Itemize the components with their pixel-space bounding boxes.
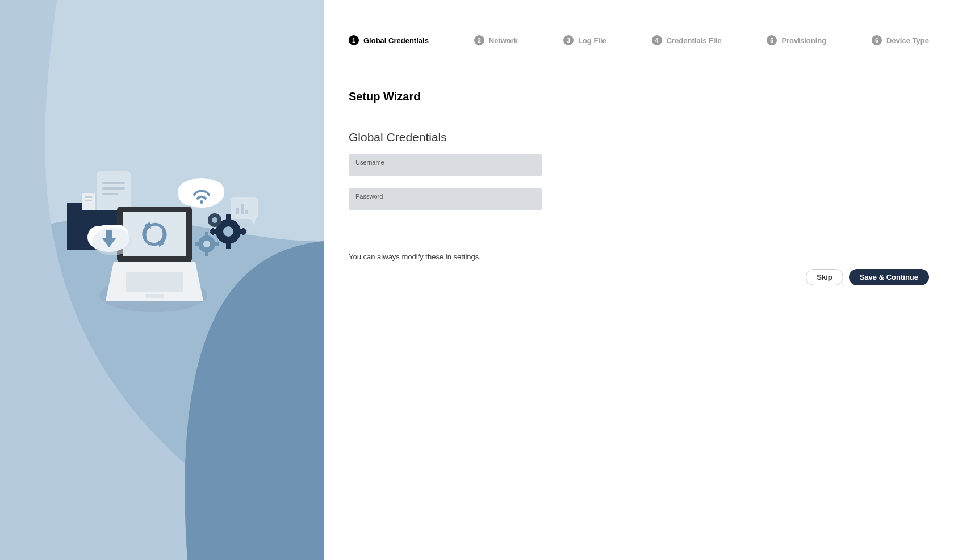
username-input[interactable] [355, 165, 537, 175]
step-label: Log File [578, 36, 606, 45]
svg-rect-46 [106, 230, 112, 239]
svg-rect-20 [226, 214, 231, 220]
svg-rect-13 [231, 197, 258, 219]
step-global-credentials[interactable]: 1 Global Credentials [349, 35, 429, 45]
skip-button[interactable]: Skip [806, 269, 843, 285]
svg-point-12 [200, 200, 203, 204]
username-field-wrapper: Username [349, 154, 542, 176]
step-number: 3 [563, 35, 574, 45]
actions-row: Skip Save & Continue [349, 269, 929, 285]
step-provisioning[interactable]: 5 Provisioning [767, 35, 826, 45]
svg-rect-3 [102, 182, 125, 184]
password-field-wrapper: Password [349, 188, 542, 210]
svg-rect-40 [126, 272, 183, 292]
svg-rect-7 [85, 196, 92, 198]
svg-point-10 [178, 180, 203, 205]
svg-rect-5 [102, 193, 118, 195]
svg-rect-15 [236, 208, 239, 214]
step-number: 1 [349, 35, 359, 45]
svg-rect-4 [102, 187, 125, 190]
svg-rect-21 [226, 243, 231, 249]
svg-rect-17 [245, 210, 248, 214]
step-number: 5 [767, 35, 777, 45]
divider [349, 242, 929, 242]
step-label: Device Type [886, 36, 929, 45]
step-label: Credentials File [667, 36, 722, 45]
password-input[interactable] [355, 199, 537, 209]
svg-rect-16 [241, 204, 244, 214]
wizard-stepper: 1 Global Credentials 2 Network 3 Log Fil… [349, 0, 929, 58]
svg-point-35 [212, 217, 217, 223]
illustration-panel [0, 0, 324, 560]
step-credentials-file[interactable]: 4 Credentials File [652, 35, 722, 45]
svg-rect-33 [214, 242, 219, 246]
step-log-file[interactable]: 3 Log File [563, 35, 606, 45]
form-area: Setup Wizard Global Credentials Username… [349, 58, 929, 285]
step-label: Provisioning [781, 36, 826, 45]
step-device-type[interactable]: 6 Device Type [872, 35, 929, 45]
svg-point-19 [223, 226, 233, 237]
save-continue-button[interactable]: Save & Continue [849, 269, 929, 285]
section-title: Global Credentials [349, 130, 929, 144]
hint-text: You can always modify these in settings. [349, 252, 929, 261]
svg-rect-32 [195, 242, 199, 246]
step-number: 4 [652, 35, 662, 45]
svg-rect-37 [123, 212, 186, 256]
step-number: 6 [872, 35, 882, 45]
step-label: Global Credentials [363, 36, 429, 45]
page-title: Setup Wizard [349, 90, 929, 103]
svg-rect-30 [205, 232, 208, 237]
step-number: 2 [474, 35, 484, 45]
step-network[interactable]: 2 Network [474, 35, 518, 45]
content-panel: 1 Global Credentials 2 Network 3 Log Fil… [324, 0, 954, 560]
step-label: Network [489, 36, 518, 45]
svg-rect-31 [205, 251, 208, 256]
svg-point-29 [203, 241, 210, 247]
svg-rect-41 [145, 294, 164, 298]
svg-rect-8 [85, 200, 92, 201]
